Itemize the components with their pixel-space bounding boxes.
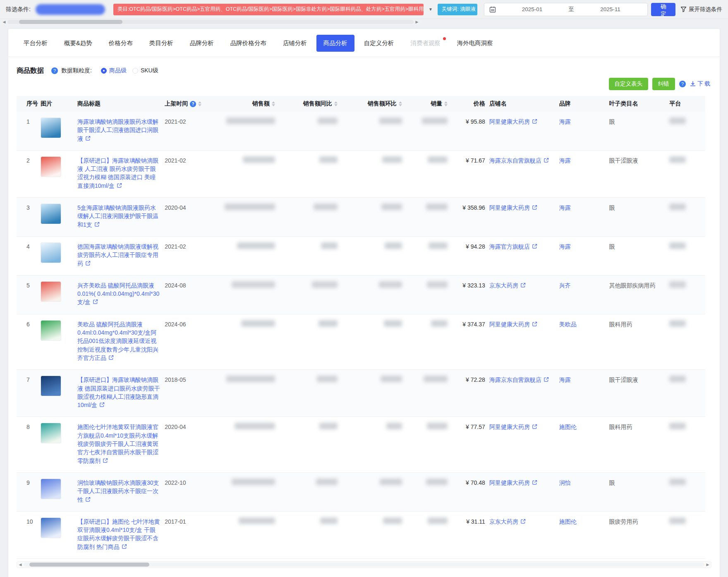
- category-filter-tag[interactable]: 类目:OTC药品/国际医药>OTC药品>五官用药、OTC药品/国际医药>国际医药…: [113, 4, 424, 15]
- product-title-link[interactable]: 施图伦七叶洋地黄双苷滴眼液官方旗舰店0.4ml*10支眼药水缓解视疲劳眼疲劳干眼…: [77, 424, 158, 464]
- sort-icon[interactable]: [444, 101, 448, 106]
- sort-icon[interactable]: [334, 101, 338, 106]
- brand-link[interactable]: 海露: [559, 376, 571, 383]
- tab-平台分析[interactable]: 平台分析: [17, 35, 55, 52]
- radio-商品级[interactable]: 商品级: [101, 67, 127, 74]
- shop-link[interactable]: 阿里健康大药房: [489, 424, 530, 430]
- tab-品牌分析[interactable]: 品牌分析: [183, 35, 221, 52]
- product-image[interactable]: [41, 320, 61, 341]
- external-link-icon[interactable]: [85, 261, 91, 266]
- expand-filters-button[interactable]: 展开筛选条件: [680, 6, 722, 13]
- custom-header-button[interactable]: 自定义表头: [609, 78, 649, 90]
- tab-概要&趋势[interactable]: 概要&趋势: [57, 35, 99, 52]
- scroll-left-icon[interactable]: ◀: [2, 19, 7, 24]
- product-image[interactable]: [41, 156, 61, 177]
- scroll-left-icon[interactable]: ◀: [18, 562, 23, 567]
- shop-link[interactable]: 阿里健康大药房: [489, 204, 530, 211]
- scroll-right-icon[interactable]: ▶: [414, 19, 419, 24]
- keyword-filter-tag[interactable]: 关键词: 滴眼液: [438, 4, 477, 15]
- external-link-icon[interactable]: [532, 424, 537, 429]
- sort-icon[interactable]: [198, 101, 201, 106]
- radio-SKU级[interactable]: SKU级: [132, 67, 158, 74]
- scrollbar-thumb[interactable]: [29, 563, 149, 567]
- shop-link[interactable]: 阿里健康大药房: [489, 479, 530, 486]
- download-button[interactable]: 下载: [690, 80, 711, 88]
- shop-link[interactable]: 京东大药房: [489, 282, 518, 289]
- table-scrollbar[interactable]: ◀ ▶: [17, 561, 711, 568]
- column-header-volume[interactable]: 销量: [406, 96, 452, 112]
- product-title-link[interactable]: 兴齐美欧品 硫酸阿托品滴眼液0.01%( 0.4ml:0.04mg)*0.4ml…: [77, 282, 159, 306]
- shop-link[interactable]: 海露官方旗舰店: [489, 243, 530, 250]
- column-header-sales[interactable]: 销售额: [217, 96, 279, 112]
- external-link-icon[interactable]: [122, 544, 127, 549]
- brand-link[interactable]: 施图伦: [559, 424, 577, 430]
- product-image[interactable]: [41, 479, 61, 499]
- brand-link[interactable]: 施图伦: [559, 518, 577, 525]
- shop-link[interactable]: 阿里健康大药房: [489, 321, 530, 328]
- tab-消费者观察[interactable]: 消费者观察: [403, 35, 448, 52]
- external-link-icon[interactable]: [532, 480, 537, 485]
- shop-link[interactable]: 海露京东自营旗舰店: [489, 157, 541, 164]
- column-header-date[interactable]: 上架时间?: [165, 96, 217, 112]
- product-title-link[interactable]: 【原研进口】施图伦 七叶洋地黄双苷滴眼液0.4ml*10支/盒 干眼症眼药水缓解…: [77, 518, 160, 550]
- brand-link[interactable]: 海露: [559, 204, 571, 211]
- external-link-icon[interactable]: [544, 158, 549, 163]
- product-title-link[interactable]: 美欧品 硫酸阿托品滴眼液0.4ml:0.04mg*0.4ml*30支/盒阿托品0…: [77, 321, 158, 361]
- product-image[interactable]: [41, 376, 61, 396]
- external-link-icon[interactable]: [532, 244, 537, 249]
- tab-品牌价格分布[interactable]: 品牌价格分布: [223, 35, 273, 52]
- product-image[interactable]: [41, 204, 61, 224]
- date-range-picker[interactable]: 2025-01 至 2025-11: [484, 3, 648, 16]
- product-title-link[interactable]: 5盒海露玻璃酸钠滴眼液眼药水缓解人工泪液润眼液护眼干眼温和1支: [77, 204, 158, 228]
- external-link-icon[interactable]: [520, 519, 526, 524]
- product-title-link[interactable]: 【原研进口】海露玻璃酸钠滴眼液 德国原装进口眼药水疲劳眼干眼涩视力模糊人工泪液隐…: [77, 376, 160, 408]
- tab-商品分析[interactable]: 商品分析: [316, 35, 354, 52]
- chevron-down-icon[interactable]: ▼: [427, 7, 434, 12]
- external-link-icon[interactable]: [93, 299, 98, 304]
- product-image[interactable]: [41, 117, 61, 138]
- date-start-value[interactable]: 2025-01: [500, 6, 564, 12]
- tab-自定义分析[interactable]: 自定义分析: [357, 35, 401, 52]
- external-link-icon[interactable]: [532, 205, 537, 210]
- brand-link[interactable]: 兴齐: [559, 282, 571, 289]
- external-link-icon[interactable]: [103, 458, 108, 463]
- brand-link[interactable]: 海露: [559, 243, 571, 250]
- sort-icon[interactable]: [272, 101, 275, 106]
- correction-button[interactable]: 纠错: [652, 78, 675, 90]
- filter-pill-redacted[interactable]: [36, 4, 105, 15]
- brand-link[interactable]: 润怡: [559, 479, 571, 486]
- shop-link[interactable]: 阿里健康大药房: [489, 118, 530, 125]
- tab-店铺分析[interactable]: 店铺分析: [276, 35, 314, 52]
- brand-link[interactable]: 海露: [559, 118, 571, 125]
- tab-类目分析[interactable]: 类目分析: [142, 35, 180, 52]
- download-help-icon[interactable]: ?: [679, 81, 686, 87]
- filter-scrollbar[interactable]: ◀ ▶: [0, 19, 421, 25]
- external-link-icon[interactable]: [94, 222, 100, 227]
- brand-link[interactable]: 美欧品: [559, 321, 577, 328]
- product-image[interactable]: [41, 281, 61, 302]
- external-link-icon[interactable]: [532, 321, 537, 327]
- external-link-icon[interactable]: [532, 119, 537, 124]
- external-link-icon[interactable]: [85, 497, 91, 502]
- shop-link[interactable]: 京东大药房: [489, 518, 518, 525]
- external-link-icon[interactable]: [520, 283, 526, 288]
- shop-link[interactable]: 海露京东自营旗舰店: [489, 376, 541, 383]
- sort-icon[interactable]: [399, 101, 402, 106]
- brand-link[interactable]: 海露: [559, 157, 571, 164]
- external-link-icon[interactable]: [99, 402, 105, 407]
- external-link-icon[interactable]: [117, 183, 122, 188]
- column-header-mom[interactable]: 销售额环比: [342, 96, 406, 112]
- external-link-icon[interactable]: [85, 136, 91, 141]
- help-icon[interactable]: ?: [190, 101, 196, 107]
- date-end-value[interactable]: 2025-11: [578, 6, 642, 12]
- scroll-right-icon[interactable]: ▶: [705, 562, 710, 567]
- product-image[interactable]: [41, 517, 61, 538]
- tab-海外电商洞察[interactable]: 海外电商洞察: [450, 35, 500, 52]
- tab-价格分布[interactable]: 价格分布: [102, 35, 140, 52]
- scrollbar-thumb[interactable]: [19, 20, 122, 24]
- product-image[interactable]: [41, 242, 61, 263]
- external-link-icon[interactable]: [544, 377, 549, 382]
- product-image[interactable]: [41, 423, 61, 443]
- help-icon[interactable]: ?: [51, 67, 58, 74]
- column-header-yoy[interactable]: 销售额同比: [279, 96, 342, 112]
